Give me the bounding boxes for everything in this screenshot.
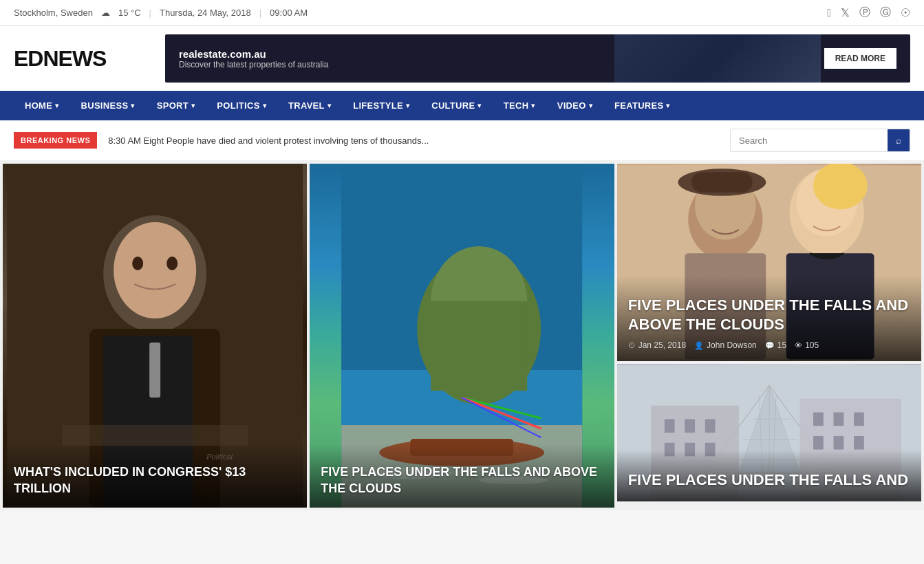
comment-icon: 💬 (765, 341, 775, 350)
article-views-3: 👁 105 (795, 340, 819, 350)
nav-sport-arrow: ▾ (191, 102, 195, 109)
svg-point-30 (813, 164, 868, 209)
svg-rect-55 (854, 436, 864, 450)
top-bar: Stockholm, Sweden ☁ 15 °C | Thursda, 24 … (0, 0, 924, 26)
nav-tech-arrow: ▾ (531, 102, 535, 109)
svg-rect-45 (685, 419, 695, 433)
article-comments-3: 💬 15 (765, 340, 786, 350)
article-overlay-3: FIVE PLACES UNDER THE FALLS AND ABOVE TH… (617, 275, 921, 361)
article-title-2: FIVE PLACES UNDER THE FALLS AND ABOVE TH… (321, 464, 603, 497)
googleplus-icon[interactable]: Ⓖ (880, 6, 891, 20)
divider: | (149, 8, 151, 18)
svg-rect-27 (691, 172, 752, 192)
eye-icon: 👁 (795, 341, 802, 349)
nav-travel-arrow: ▾ (327, 102, 331, 109)
nav-features[interactable]: FEATURES ▾ (603, 91, 681, 120)
date: Thursda, 24 May, 2018 (160, 8, 251, 18)
nav-tech[interactable]: TECH ▾ (493, 91, 546, 120)
article-meta-3: ⏲ Jan 25, 2018 👤 John Dowson 💬 15 👁 105 (628, 340, 910, 350)
svg-rect-46 (705, 419, 715, 433)
article-title-1: WHAT'S INCLUDED IN CONGRESS' $13 TRILLIO… (14, 464, 296, 497)
article-overlay-4: FIVE PLACES UNDER THE FALLS AND (617, 450, 921, 501)
ad-read-more-button[interactable]: READ MORE (824, 48, 896, 69)
nav-lifestyle-arrow: ▾ (406, 102, 409, 109)
svg-rect-54 (833, 436, 844, 450)
main-nav: HOME ▾ BUSINESS ▾ SPORT ▾ POLITICS ▾ TRA… (0, 91, 924, 120)
ad-banner: realestate.com.au Discover the latest pr… (165, 34, 910, 83)
breaking-news-bar: BREAKING NEWS 8:30 AM Eight People have … (0, 120, 924, 161)
nav-video-arrow: ▾ (589, 102, 592, 109)
breaking-news-badge: BREAKING NEWS (14, 132, 97, 149)
search-input[interactable] (731, 130, 888, 151)
nav-culture-arrow: ▾ (477, 102, 481, 109)
svg-rect-44 (664, 419, 674, 433)
twitter-icon[interactable]: 𝕏 (841, 6, 850, 19)
article-card-1[interactable]: Political WHAT'S INCLUDED IN CONGRESS' $… (3, 164, 307, 508)
temperature: 15 °C (118, 8, 141, 18)
svg-point-4 (132, 257, 143, 270)
article-card-4[interactable]: FIVE PLACES UNDER THE FALLS AND (617, 364, 921, 501)
article-date-3: ⏲ Jan 25, 2018 (628, 340, 686, 350)
right-column: FIVE PLACES UNDER THE FALLS AND ABOVE TH… (617, 164, 921, 508)
ad-site: realestate.com.au (179, 48, 328, 60)
logo-text: EDNEWS (14, 46, 106, 71)
divider2: | (259, 8, 261, 18)
svg-rect-14 (431, 301, 527, 391)
article-author-3: 👤 John Dowson (694, 340, 757, 350)
nav-culture[interactable]: CULTURE ▾ (420, 91, 493, 120)
article-card-3[interactable]: FIVE PLACES UNDER THE FALLS AND ABOVE TH… (617, 164, 921, 361)
articles-grid: Political WHAT'S INCLUDED IN CONGRESS' $… (0, 161, 924, 510)
nav-features-arrow: ▾ (666, 102, 669, 109)
ad-description: Discover the latest properties of austra… (179, 60, 328, 69)
facebook-icon[interactable]:  (827, 7, 831, 19)
nav-home-arrow: ▾ (55, 102, 58, 109)
location: Stockholm, Sweden (14, 8, 93, 18)
clock-icon: ⏲ (628, 341, 636, 349)
search-button[interactable]: ⌕ (888, 129, 910, 151)
svg-point-5 (166, 257, 178, 270)
svg-rect-8 (62, 425, 248, 446)
breaking-news-text: 8:30 AM Eight People have died and viole… (108, 135, 719, 146)
rss-icon[interactable]: ☉ (901, 6, 910, 19)
article-card-2[interactable]: FIVE PLACES UNDER THE FALLS AND ABOVE TH… (310, 164, 614, 508)
nav-business[interactable]: BUSINESS ▾ (70, 91, 146, 120)
logo[interactable]: EDNEWS (14, 46, 151, 72)
nav-business-arrow: ▾ (131, 102, 134, 109)
header: EDNEWS realestate.com.au Discover the la… (0, 26, 924, 91)
search-bar[interactable]: ⌕ (730, 129, 910, 152)
social-links:  𝕏 Ⓟ Ⓖ ☉ (827, 6, 910, 20)
nav-politics[interactable]: POLITICS ▾ (206, 91, 277, 120)
svg-rect-50 (813, 413, 824, 426)
article-overlay-1: WHAT'S INCLUDED IN CONGRESS' $13 TRILLIO… (3, 444, 307, 508)
pinterest-icon[interactable]: Ⓟ (859, 6, 870, 20)
svg-rect-51 (833, 413, 844, 426)
ad-image (614, 34, 821, 83)
top-bar-info: Stockholm, Sweden ☁ 15 °C | Thursda, 24 … (14, 8, 308, 18)
article-overlay-2: FIVE PLACES UNDER THE FALLS AND ABOVE TH… (310, 444, 614, 508)
nav-travel[interactable]: TRAVEL ▾ (277, 91, 342, 120)
svg-rect-52 (854, 413, 864, 426)
ad-text: realestate.com.au Discover the latest pr… (179, 48, 328, 69)
article-title-3: FIVE PLACES UNDER THE FALLS AND ABOVE TH… (628, 296, 910, 335)
svg-point-3 (114, 222, 196, 318)
nav-politics-arrow: ▾ (263, 102, 266, 109)
nav-lifestyle[interactable]: LIFESTYLE ▾ (342, 91, 420, 120)
nav-home[interactable]: HOME ▾ (14, 91, 70, 120)
nav-video[interactable]: VIDEO ▾ (546, 91, 603, 120)
svg-rect-53 (813, 436, 824, 450)
nav-sport[interactable]: SPORT ▾ (146, 91, 206, 120)
weather-icon: ☁ (101, 8, 110, 18)
user-icon: 👤 (694, 341, 704, 350)
svg-rect-7 (149, 343, 160, 398)
time: 09:00 AM (270, 8, 308, 18)
article-title-4: FIVE PLACES UNDER THE FALLS AND (628, 470, 910, 490)
